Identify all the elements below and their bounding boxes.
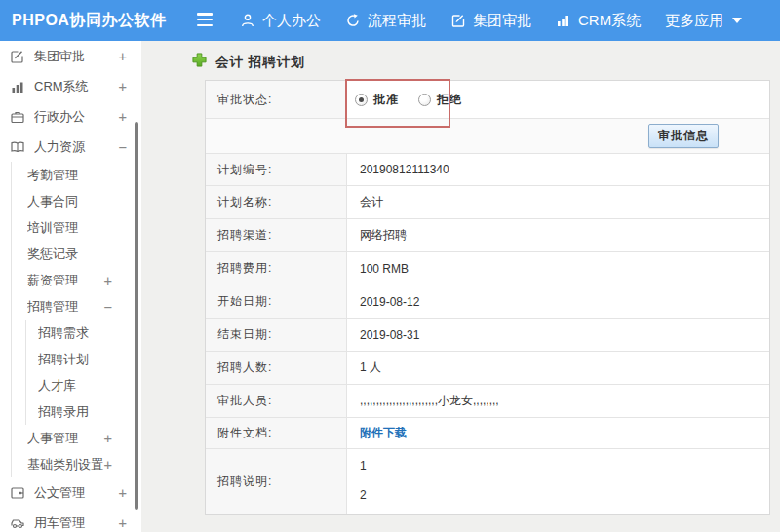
sidebar-scrollbar[interactable]: [135, 122, 138, 510]
expand-icon[interactable]: +: [119, 109, 127, 125]
nav-personal-office[interactable]: 个人办公: [240, 12, 321, 30]
nav-group-approval[interactable]: 集团审批: [450, 12, 531, 30]
page-title: 会计 招聘计划: [192, 53, 305, 71]
cycle-icon: [345, 13, 361, 28]
field-value: 会计: [347, 186, 769, 218]
approve-radio[interactable]: [355, 94, 368, 106]
sidebar-item-attendance[interactable]: 考勤管理: [12, 162, 141, 188]
top-nav-bar: PHPOA协同办公软件 个人办公 流程审批 集团审批 CRM系统: [0, 0, 780, 41]
sidebar-item-rewards[interactable]: 奖惩记录: [12, 241, 141, 267]
expand-icon[interactable]: +: [104, 431, 112, 446]
sidebar-item-recruit-mgmt[interactable]: 招聘管理 −: [12, 293, 141, 320]
sidebar-item-training[interactable]: 培训管理: [12, 214, 141, 241]
table-row-end-date: 结束日期: 2019-08-31: [206, 319, 769, 352]
sidebar: 集团审批 + CRM系统 + 行政办公 + 人力资源 − 考勤管理 人事合同 培…: [0, 41, 141, 532]
description-line: 2: [360, 488, 367, 502]
bar-chart-icon: [10, 79, 25, 95]
expand-icon[interactable]: +: [119, 515, 127, 531]
table-row-attachment: 附件文档: 附件下载: [206, 418, 769, 449]
expand-icon[interactable]: +: [119, 79, 127, 95]
document-icon: [10, 485, 25, 501]
field-label: 招聘渠道:: [206, 219, 347, 251]
radio-label: 批准: [373, 92, 399, 108]
top-nav: 个人办公 流程审批 集团审批 CRM系统 更多应用: [240, 0, 742, 41]
sidebar-item-salary[interactable]: 薪资管理 +: [12, 267, 141, 293]
field-label: 招聘人数:: [206, 352, 347, 384]
table-row-approvers: 审批人员: ,,,,,,,,,,,,,,,,,,,,,,,,小龙女,,,,,,,…: [206, 385, 769, 418]
collapse-icon[interactable]: −: [119, 139, 127, 155]
nav-label: 集团审批: [473, 12, 531, 30]
nav-label: CRM系统: [578, 12, 641, 30]
field-value: 1 人: [347, 352, 769, 384]
expand-icon[interactable]: +: [104, 273, 112, 288]
expand-icon[interactable]: +: [119, 49, 127, 64]
sidebar-item-personnel-mgmt[interactable]: 人事管理 +: [12, 425, 141, 451]
expand-icon[interactable]: +: [119, 485, 127, 501]
sidebar-item-crm[interactable]: CRM系统 +: [0, 71, 141, 101]
table-row-description: 招聘说明: 1 2: [206, 449, 769, 514]
approval-options: 批准 拒绝: [347, 81, 769, 118]
table-row-headcount: 招聘人数: 1 人: [206, 352, 769, 385]
expand-icon[interactable]: +: [104, 457, 112, 473]
field-label: 计划编号:: [206, 154, 347, 185]
field-value: 100 RMB: [347, 252, 769, 285]
field-label: 招聘费用:: [206, 252, 347, 285]
book-icon: [10, 139, 25, 155]
table-row-plan-number: 计划编号: 20190812111340: [206, 154, 769, 186]
field-label: 审批人员:: [206, 385, 347, 417]
sidebar-item-recruit-hire[interactable]: 招聘录用: [26, 399, 141, 425]
add-icon[interactable]: [192, 53, 207, 71]
edit-icon: [450, 13, 466, 28]
menu-toggle-icon[interactable]: [197, 13, 213, 26]
field-label: 计划名称:: [206, 186, 347, 218]
field-value: 2019-08-12: [347, 285, 769, 318]
caret-down-icon: [732, 18, 742, 23]
hr-submenu: 考勤管理 人事合同 培训管理 奖惩记录 薪资管理 + 招聘管理 − 招聘需求 招…: [11, 162, 141, 477]
table-row-channel: 招聘渠道: 网络招聘: [206, 219, 769, 252]
field-value: 2019-08-31: [347, 319, 769, 351]
sidebar-item-recruit-demand[interactable]: 招聘需求: [26, 320, 141, 346]
sidebar-item-hr-contract[interactable]: 人事合同: [12, 188, 141, 214]
field-value: ,,,,,,,,,,,,,,,,,,,,,,,,小龙女,,,,,,,,: [347, 385, 769, 417]
main-content: 会计 招聘计划 审批状态: 批准 拒绝 审批信息 计划编号: 201908121…: [141, 41, 780, 532]
approval-info-button[interactable]: 审批信息: [648, 124, 719, 148]
field-label: 附件文档:: [206, 418, 347, 448]
table-row-cost: 招聘费用: 100 RMB: [206, 252, 769, 285]
sidebar-item-base-category[interactable]: 基础类别设置 +: [12, 451, 141, 477]
nav-more-apps[interactable]: 更多应用: [665, 12, 742, 30]
sidebar-item-talent-pool[interactable]: 人才库: [26, 372, 141, 399]
reject-radio[interactable]: [418, 94, 431, 106]
user-icon: [240, 13, 255, 28]
field-value: 20190812111340: [347, 154, 769, 185]
app-title: PHPOA协同办公软件: [12, 0, 166, 41]
description-line: 1: [360, 459, 367, 473]
field-label: 结束日期:: [206, 319, 347, 351]
sidebar-item-human-resources[interactable]: 人力资源 −: [0, 132, 141, 162]
nav-label: 更多应用: [665, 12, 723, 30]
nav-crm-system[interactable]: CRM系统: [556, 12, 641, 30]
field-label: 审批状态:: [206, 81, 347, 118]
sidebar-item-recruit-plan[interactable]: 招聘计划: [26, 346, 141, 372]
sidebar-item-group-approval[interactable]: 集团审批 +: [0, 41, 141, 71]
sidebar-item-documents[interactable]: 公文管理 +: [0, 477, 141, 508]
nav-label: 流程审批: [368, 12, 426, 30]
attachment-download-link[interactable]: 附件下载: [360, 425, 407, 441]
recruit-plan-form: 审批状态: 批准 拒绝 审批信息 计划编号: 20190812111340 计划…: [205, 80, 770, 515]
field-label: 开始日期:: [206, 285, 347, 318]
bar-chart-icon: [556, 13, 571, 28]
briefcase-icon: [10, 109, 25, 125]
nav-process-approval[interactable]: 流程审批: [345, 12, 426, 30]
radio-label: 拒绝: [437, 92, 462, 108]
edit-square-icon: [10, 49, 25, 64]
approval-button-row: 审批信息: [206, 119, 769, 154]
table-row-plan-name: 计划名称: 会计: [206, 186, 769, 219]
sidebar-item-admin-office[interactable]: 行政办公 +: [0, 101, 141, 132]
collapse-icon[interactable]: −: [104, 299, 112, 315]
field-value: 网络招聘: [347, 219, 769, 251]
nav-label: 个人办公: [262, 12, 321, 30]
approval-status-row: 审批状态: 批准 拒绝: [206, 81, 769, 119]
recruit-submenu: 招聘需求 招聘计划 人才库 招聘录用: [25, 320, 141, 425]
field-label: 招聘说明:: [206, 449, 347, 514]
car-icon: [10, 515, 25, 531]
sidebar-item-vehicles[interactable]: 用车管理 +: [0, 508, 141, 532]
